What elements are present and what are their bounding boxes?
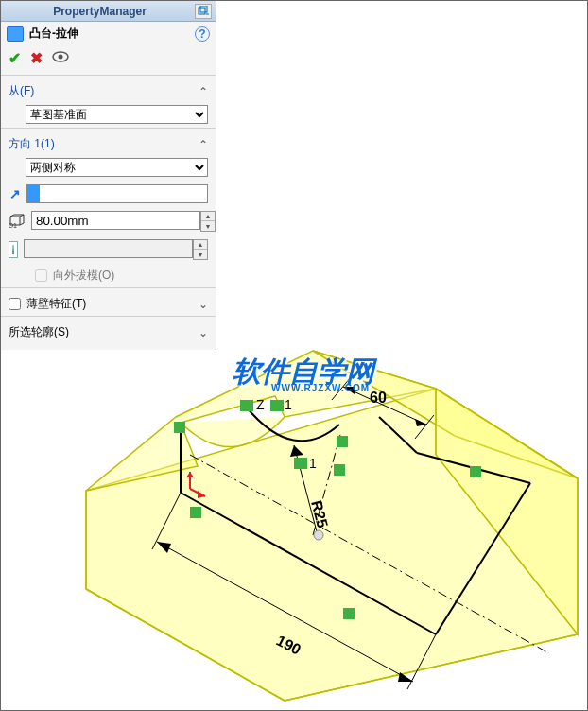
watermark-url: WWW.RJZXW.COM [271,383,370,393]
svg-text:1: 1 [309,456,317,471]
action-buttons: ✔ ✖ [1,45,216,75]
svg-rect-41 [240,400,253,411]
dir1-direction-input[interactable] [40,184,208,203]
svg-text:60: 60 [370,390,387,406]
collapse-contours-icon[interactable]: ⌄ [199,326,208,339]
draft-outward-checkbox [35,269,47,282]
depth-spinner[interactable]: ▲▼ [200,211,216,232]
dir1-depth-input[interactable] [31,211,200,230]
property-manager-header: PropertyManager [1,1,216,22]
dir1-end-condition-select[interactable]: 两侧对称 [26,158,208,177]
draft-icon[interactable] [9,241,18,258]
svg-rect-48 [200,6,207,12]
preview-button[interactable] [52,50,69,66]
section-thin-feature: 薄壁特征(T) ⌄ [1,287,216,316]
dir1-draft-input [24,239,193,258]
section-selected-contours: 所选轮廓(S) ⌄ [1,316,216,344]
thin-feature-checkbox[interactable] [9,298,21,310]
svg-text:Z: Z [256,397,265,412]
help-icon[interactable]: ? [195,26,210,42]
thin-feature-label: 薄壁特征(T) [26,296,86,312]
svg-rect-43 [270,400,284,411]
svg-rect-30 [174,422,185,433]
draft-spinner: ▲▼ [193,239,208,260]
depth-icon: D1 [9,213,26,230]
reverse-direction-icon[interactable]: ↗ [9,185,21,202]
cancel-button[interactable]: ✖ [30,49,43,67]
svg-rect-33 [334,464,345,476]
svg-text:D1: D1 [9,222,17,229]
feature-header: 凸台-拉伸 ? [1,22,216,45]
collapse-dir1-icon[interactable]: ⌃ [199,138,208,151]
property-manager-panel: PropertyManager 凸台-拉伸 ? ✔ ✖ 从(F) ⌃ 草图基准面… [1,1,216,350]
section-direction1: 方向 1(1) ⌃ 两侧对称 ↗ D1 ▲▼ [1,128,216,287]
section-from-label: 从(F) [9,83,34,99]
svg-rect-34 [343,608,355,619]
svg-rect-32 [337,436,348,447]
draft-outward-label: 向外拔模(O) [53,268,114,284]
from-start-condition-select[interactable]: 草图基准面 [26,105,208,124]
collapse-thin-icon[interactable]: ⌄ [199,298,208,311]
svg-rect-45 [294,458,307,469]
section-from: 从(F) ⌃ 草图基准面 [1,75,216,128]
section-dir1-label: 方向 1(1) [9,136,55,152]
ok-button[interactable]: ✔ [9,49,21,67]
svg-rect-31 [190,507,201,518]
svg-rect-35 [470,466,481,477]
panel-title: PropertyManager [5,5,195,18]
feature-name: 凸台-拉伸 [29,26,78,42]
collapse-from-icon[interactable]: ⌃ [199,85,208,98]
selected-contours-label: 所选轮廓(S) [9,324,69,340]
svg-text:1: 1 [285,397,292,412]
svg-point-51 [59,55,63,60]
svg-point-40 [314,530,323,540]
pin-button[interactable] [195,4,212,19]
svg-rect-47 [199,8,205,14]
boss-extrude-icon [7,26,24,42]
